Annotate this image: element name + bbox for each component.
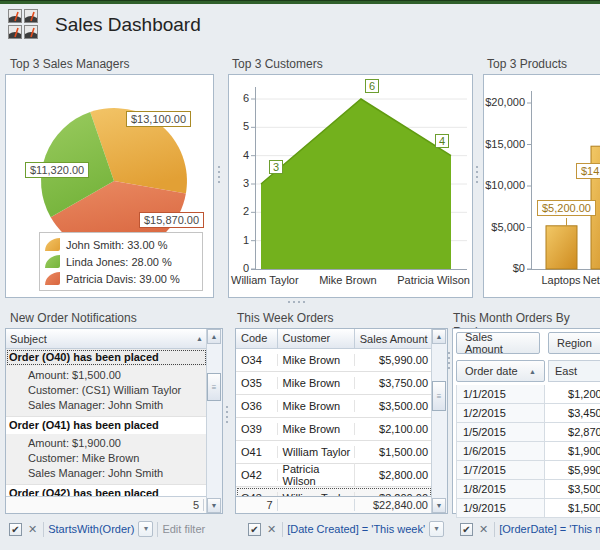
filter-dropdown-button[interactable]: ▾ xyxy=(138,521,153,537)
edit-filter-button[interactable]: Edit filter xyxy=(162,523,205,535)
legend-item: John Smith: 33.00 % xyxy=(45,236,197,253)
cell-customer: Mike Brown xyxy=(278,400,355,412)
splitter-handle[interactable] xyxy=(448,352,450,369)
notification-row[interactable]: Order (O40) has been placed xyxy=(6,349,207,366)
divider xyxy=(43,522,44,537)
cell-amount: $3,750.00 xyxy=(355,377,432,389)
divider xyxy=(157,522,158,537)
vertical-scrollbar[interactable]: ▲ ≡ ▼ xyxy=(431,329,447,513)
detail-line: Customer: Mike Brown xyxy=(28,451,207,466)
field-button-label: Region xyxy=(557,337,592,349)
notification-row[interactable]: Order (O41) has been placed xyxy=(6,417,207,434)
filter-bar-notifications: ✔ ✕ StartsWith(Order) ▾ Edit filter xyxy=(9,519,223,539)
page-title: Sales Dashboard xyxy=(55,14,201,36)
bar-value-label: $14,800.00 xyxy=(576,163,600,179)
area-point-label: 6 xyxy=(365,79,379,93)
pivot-grid-panel: Sales Amount Region ▲ Order date ▲ East … xyxy=(452,328,600,514)
column-header-sales-amount[interactable]: Sales Amount xyxy=(355,333,432,345)
pivot-row-field-button[interactable]: Order date ▲ xyxy=(456,360,545,382)
x-axis-label: Mike Brown xyxy=(319,274,376,286)
filter-expression[interactable]: [OrderDate] = 'This month' xyxy=(499,523,600,535)
pivot-row[interactable]: 1/6/2015 $1,900.00 xyxy=(456,442,600,461)
cell-value: $1,200.00 xyxy=(545,385,600,404)
panel-title-customers: Top 3 Customers xyxy=(232,57,323,71)
pivot-row[interactable]: 1/7/2015 $5,990.00 xyxy=(456,461,600,480)
close-filter-icon[interactable]: ✕ xyxy=(26,523,39,536)
scrollbar-thumb[interactable]: ≡ xyxy=(432,381,446,411)
panel-title-notifications: New Order Notifications xyxy=(10,311,137,325)
column-header-code[interactable]: Code xyxy=(236,329,278,348)
pivot-row[interactable]: 1/5/2015 $2,870.00 xyxy=(456,423,600,442)
pivot-column-header-east[interactable]: East xyxy=(548,360,600,382)
area-point-label: 3 xyxy=(269,160,283,174)
column-header-subject[interactable]: Subject ▲ xyxy=(6,329,207,349)
pivot-row[interactable]: 1/2/2015 $3,450.00 xyxy=(456,404,600,423)
pie-value-label: $15,870.00 xyxy=(139,212,204,228)
sort-asc-icon: ▲ xyxy=(529,368,536,375)
pie-chart-panel: $13,100.00 $11,320.00 $15,870.00 John Sm… xyxy=(5,74,214,298)
scroll-up-button[interactable]: ▲ xyxy=(432,329,446,344)
detail-line: Sales Manager: John Smith xyxy=(28,398,207,413)
detail-line: Amount: $1,500.00 xyxy=(28,368,207,383)
cell-code: O39 xyxy=(236,423,278,435)
legend-swatch xyxy=(45,238,60,251)
cell-code: O34 xyxy=(236,354,278,366)
pivot-row[interactable]: 1/9/2015 $1,500.00 xyxy=(456,499,600,518)
cell-code: O36 xyxy=(236,400,278,412)
scrollbar-thumb[interactable]: ≡ xyxy=(207,373,221,401)
filter-enabled-checkbox[interactable]: ✔ xyxy=(248,523,261,536)
cell-value: $5,990.00 xyxy=(545,461,600,480)
row-header-date: 1/9/2015 xyxy=(456,499,545,518)
cell-customer: Patricia Wilson xyxy=(278,463,355,487)
splitter-handle[interactable] xyxy=(226,406,228,423)
scroll-down-button[interactable]: ▼ xyxy=(207,498,221,513)
cell-value: $1,900.00 xyxy=(545,442,600,461)
x-axis-label: Netbooks xyxy=(576,274,600,286)
splitter-handle[interactable] xyxy=(288,301,305,303)
table-row[interactable]: O42 Patricia Wilson $2,800.00 xyxy=(236,464,432,487)
pie-value-label: $13,100.00 xyxy=(126,111,191,127)
close-filter-icon[interactable]: ✕ xyxy=(477,523,490,536)
column-header-customer[interactable]: Customer xyxy=(278,329,355,348)
table-row[interactable]: O35 Mike Brown $3,750.00 xyxy=(236,372,432,395)
row-header-date: 1/5/2015 xyxy=(456,423,545,442)
table-row[interactable]: O39 Mike Brown $2,100.00 xyxy=(236,418,432,441)
cell-amount: $3,500.00 xyxy=(355,400,432,412)
cell-amount: $1,500.00 xyxy=(355,446,432,458)
table-row[interactable]: O34 Mike Brown $5,990.00 xyxy=(236,349,432,372)
chart-legend: John Smith: 33.00 % Linda Jones: 28.00 %… xyxy=(39,232,203,291)
close-filter-icon[interactable]: ✕ xyxy=(265,523,278,536)
filter-dropdown-button[interactable]: ▾ xyxy=(429,521,444,537)
pivot-column-field-button[interactable]: Region ▲ xyxy=(548,332,600,354)
filter-enabled-checkbox[interactable]: ✔ xyxy=(460,523,473,536)
filter-expression[interactable]: StartsWith(Order) xyxy=(48,523,134,535)
divider xyxy=(203,499,204,511)
splitter-handle[interactable] xyxy=(476,166,478,183)
cell-amount: $2,100.00 xyxy=(355,423,432,435)
filter-expression[interactable]: [Date Created] = 'This week' xyxy=(287,523,425,535)
bar-chart-panel: $0$5,000$10,000$15,000$20,000 $5,200.00 … xyxy=(483,74,600,298)
table-row[interactable]: O41 William Taylor $1,500.00 xyxy=(236,441,432,464)
pivot-data-field-button[interactable]: Sales Amount xyxy=(456,332,540,354)
scroll-down-button[interactable]: ▼ xyxy=(432,498,446,513)
window-top-border xyxy=(0,0,600,4)
notifications-grid-panel: Subject ▲ Order (O40) has been placed Am… xyxy=(5,328,223,514)
vertical-scrollbar[interactable]: ▲ ≡ ▼ xyxy=(206,329,222,513)
cell-amount: $5,990.00 xyxy=(355,354,432,366)
pivot-row[interactable]: 1/1/2015 $1,200.00 xyxy=(456,385,600,404)
pivot-row[interactable]: 1/8/2015 $3,500.00 xyxy=(456,480,600,499)
filter-enabled-checkbox[interactable]: ✔ xyxy=(9,523,22,536)
area-point-label: 4 xyxy=(435,134,449,148)
cell-value: $2,870.00 xyxy=(545,423,600,442)
week-orders-grid-panel: Code Customer Sales Amount O34 Mike Brow… xyxy=(235,328,448,514)
splitter-handle[interactable] xyxy=(218,166,220,183)
cell-code: O41 xyxy=(236,446,278,458)
scroll-up-button[interactable]: ▲ xyxy=(207,329,221,344)
cell-value: $1,500.00 xyxy=(545,499,600,518)
x-axis-label: Patricia Wilson xyxy=(397,274,470,286)
cell-value: $3,450.00 xyxy=(545,404,600,423)
area-chart[interactable] xyxy=(255,75,469,271)
cell-value: $3,500.00 xyxy=(545,480,600,499)
table-row[interactable]: O36 Mike Brown $3,500.00 xyxy=(236,395,432,418)
legend-item: Linda Jones: 28.00 % xyxy=(45,253,197,270)
